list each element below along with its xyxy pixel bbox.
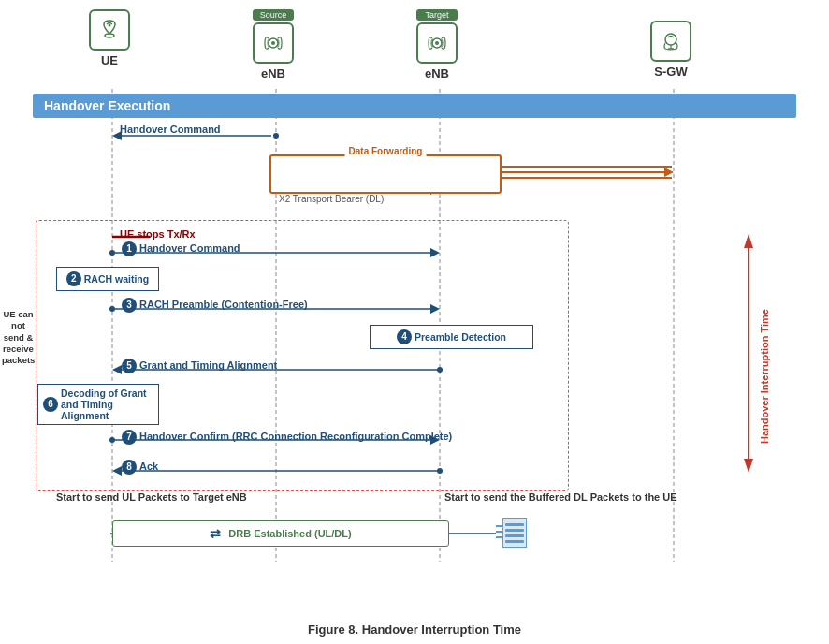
- ue-side-label: UE can not send & receive packets: [2, 309, 35, 367]
- svg-point-44: [665, 34, 676, 45]
- ue-stops-label: UE stops Tx/Rx: [120, 228, 196, 240]
- step8-label: 8Ack: [122, 460, 158, 475]
- interruption-time-label: Handover Interruption Time: [758, 309, 819, 444]
- target-enb-node: Target eNB: [416, 9, 458, 80]
- svg-point-6: [273, 133, 279, 139]
- svg-marker-31: [744, 459, 753, 473]
- svg-marker-30: [744, 234, 753, 248]
- step3-label: 3RACH Preamble (Contention-Free): [122, 298, 308, 313]
- source-badge: Source: [253, 9, 294, 21]
- sgw-node: S-GW: [650, 21, 691, 79]
- source-enb-node: Source eNB: [253, 9, 294, 80]
- bidirectional-arrow: ⇄: [210, 526, 221, 541]
- figure-caption: Figure 8. Handover Interruption Time: [0, 622, 829, 637]
- step7-label: 7Handover Confirm (RRC Connection Reconf…: [122, 430, 452, 445]
- preamble-detection-box: 4Preamble Detection: [370, 325, 533, 349]
- step1-label: 1Handover Command: [122, 242, 240, 256]
- ue-no-send-box: [36, 220, 569, 491]
- handover-command-label: Handover Command: [120, 124, 221, 135]
- drb-box: ⇄ DRB Established (UL/DL): [112, 520, 449, 547]
- handover-execution-bar: Handover Execution: [33, 94, 796, 118]
- ue-node: UE: [89, 9, 130, 67]
- target-badge: Target: [416, 9, 458, 21]
- svg-point-39: [109, 24, 111, 27]
- x2-label: X2 Transport Bearer (DL): [279, 194, 384, 204]
- svg-point-43: [435, 41, 439, 45]
- diagram-container: UE Source eNB Target: [0, 0, 829, 644]
- target-enb-label: eNB: [425, 66, 449, 80]
- ue-label: UE: [101, 53, 118, 67]
- dl-packets-label: Start to send the Buffered DL Packets to…: [444, 491, 677, 503]
- step5-label: 5Grant and Timing Alignment: [122, 359, 277, 373]
- data-forwarding-box: Data Forwarding: [269, 154, 502, 194]
- ul-packets-label: Start to send UL Packets to Target eNB: [56, 491, 247, 503]
- sgw-label: S-GW: [654, 65, 687, 79]
- rach-waiting-box: 2RACH waiting: [56, 267, 159, 291]
- svg-marker-10: [664, 168, 674, 177]
- svg-point-41: [271, 41, 275, 45]
- source-enb-label: eNB: [261, 66, 285, 80]
- buffer-indicator: [502, 518, 527, 548]
- decoding-box: 6Decoding of Grant and Timing Alignment: [37, 384, 159, 425]
- data-forwarding-label: Data Forwarding: [345, 146, 427, 156]
